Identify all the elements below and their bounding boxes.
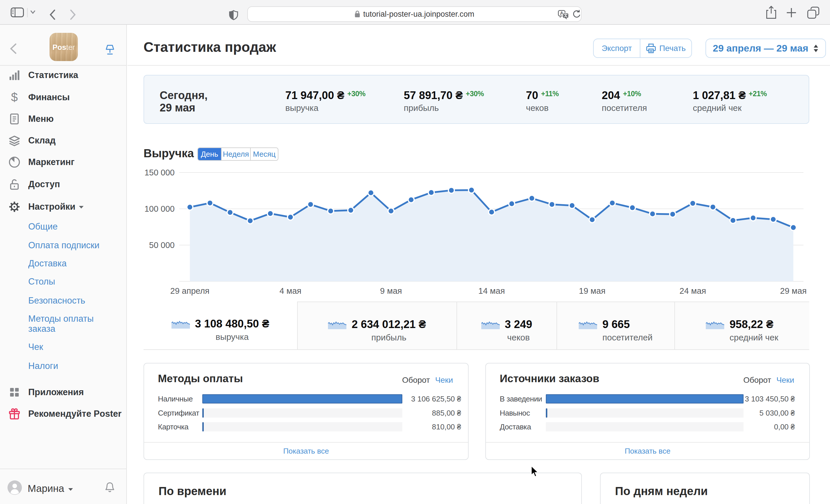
svg-text:$: $ — [11, 91, 18, 104]
